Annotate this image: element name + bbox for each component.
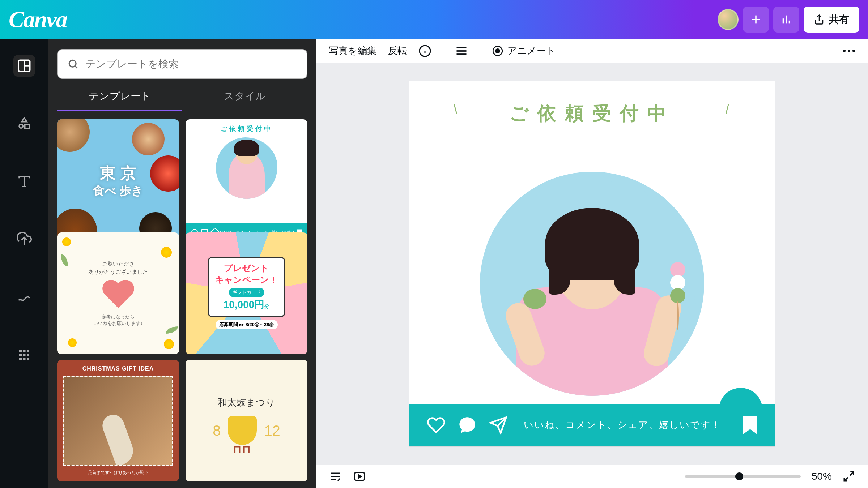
svg-marker-11 bbox=[22, 118, 27, 122]
share-label: 共有 bbox=[829, 13, 849, 26]
rail-templates-icon[interactable] bbox=[13, 55, 35, 77]
bookmark-icon bbox=[743, 416, 757, 435]
template-thumbnail[interactable]: 東 京食べ 歩き bbox=[57, 119, 179, 241]
heart-icon bbox=[427, 416, 446, 435]
notes-icon[interactable] bbox=[329, 470, 342, 483]
template-grid: 東 京食べ 歩き ご依頼受付中 いいね、コメント、シェア、嬉しいです！ ご覧いた… bbox=[57, 119, 307, 488]
more-icon[interactable] bbox=[843, 50, 855, 52]
svg-rect-17 bbox=[27, 350, 29, 352]
list-icon[interactable] bbox=[455, 44, 468, 57]
svg-rect-16 bbox=[23, 350, 26, 352]
user-avatar[interactable] bbox=[718, 9, 739, 30]
topbar-actions: 共有 bbox=[718, 7, 859, 33]
search-input[interactable] bbox=[85, 58, 297, 70]
fullscreen-icon[interactable] bbox=[843, 470, 855, 483]
template-thumbnail[interactable]: 和太鼓まつり 8 ΠΠ 12 bbox=[186, 360, 307, 481]
template-thumbnail[interactable]: ご依頼受付中 いいね、コメント、シェア、嬉しいです！ bbox=[186, 119, 307, 241]
svg-rect-22 bbox=[23, 358, 26, 360]
panel-tabs: テンプレート スタイル bbox=[57, 82, 307, 111]
rail-text-icon[interactable] bbox=[13, 171, 35, 192]
template-thumbnail[interactable]: プレゼントキャンペーン！ ギフトカード 10,000円分 応募期間 ▸▸ 8/2… bbox=[186, 232, 307, 354]
top-bar: Canva 共有 bbox=[0, 0, 868, 39]
svg-rect-23 bbox=[27, 358, 29, 360]
rail-apps-icon[interactable] bbox=[13, 344, 35, 366]
template-thumbnail[interactable]: CHRISTMAS GIFT IDEA 足首まですっぽりあったか靴下 bbox=[57, 360, 179, 481]
svg-point-33 bbox=[495, 49, 499, 53]
bottom-bar: 50% bbox=[316, 465, 868, 488]
svg-rect-20 bbox=[27, 354, 29, 356]
context-toolbar: 写真を編集 反転 アニメート bbox=[316, 39, 868, 63]
template-search[interactable] bbox=[57, 49, 307, 79]
svg-rect-10 bbox=[25, 124, 29, 129]
canvas-area: 写真を編集 反転 アニメート 志乃 ご依頼受付中 bbox=[316, 39, 868, 488]
tab-templates[interactable]: テンプレート bbox=[57, 82, 182, 111]
analytics-button[interactable] bbox=[773, 7, 799, 33]
present-icon[interactable] bbox=[353, 470, 366, 483]
design-photo-frame[interactable] bbox=[480, 172, 704, 396]
side-rail bbox=[0, 39, 48, 488]
add-button[interactable] bbox=[743, 7, 769, 33]
design-title-text[interactable]: ご依頼受付中 bbox=[409, 81, 775, 126]
svg-rect-15 bbox=[19, 350, 22, 352]
canva-logo[interactable]: Canva bbox=[9, 6, 67, 33]
templates-panel: テンプレート スタイル 東 京食べ 歩き ご依頼受付中 いいね、コメント、シェア… bbox=[48, 39, 316, 488]
animate-button[interactable]: アニメート bbox=[492, 44, 556, 57]
template-thumbnail[interactable]: ご覧いただきありがとうございました 参考になったらいいねをお願いします♪ bbox=[57, 232, 179, 354]
info-icon[interactable] bbox=[418, 44, 431, 57]
svg-point-9 bbox=[19, 124, 23, 128]
zoom-thumb[interactable] bbox=[735, 472, 743, 480]
svg-marker-40 bbox=[358, 475, 361, 478]
design-canvas[interactable]: ご依頼受付中 bbox=[409, 81, 775, 446]
send-icon bbox=[489, 416, 508, 435]
design-footer-bar[interactable]: いいね、コメント、シェア、嬉しいです！ bbox=[409, 404, 775, 446]
zoom-level[interactable]: 50% bbox=[812, 471, 832, 482]
svg-rect-19 bbox=[23, 354, 26, 356]
comment-icon bbox=[458, 416, 477, 435]
rail-draw-icon[interactable] bbox=[13, 286, 35, 308]
search-icon bbox=[67, 58, 79, 70]
share-button[interactable]: 共有 bbox=[804, 7, 859, 33]
rail-elements-icon[interactable] bbox=[13, 113, 35, 134]
svg-rect-21 bbox=[19, 358, 22, 360]
flip-button[interactable]: 反転 bbox=[388, 44, 407, 57]
svg-point-24 bbox=[69, 60, 76, 67]
rail-uploads-icon[interactable] bbox=[13, 228, 35, 250]
canvas-viewport[interactable]: 志乃 ご依頼受付中 bbox=[316, 63, 868, 465]
svg-line-25 bbox=[75, 66, 77, 68]
svg-rect-18 bbox=[19, 354, 22, 356]
edit-photo-button[interactable]: 写真を編集 bbox=[329, 44, 376, 57]
design-footer-text[interactable]: いいね、コメント、シェア、嬉しいです！ bbox=[524, 419, 731, 431]
tab-styles[interactable]: スタイル bbox=[182, 82, 307, 111]
zoom-slider[interactable] bbox=[685, 475, 801, 478]
